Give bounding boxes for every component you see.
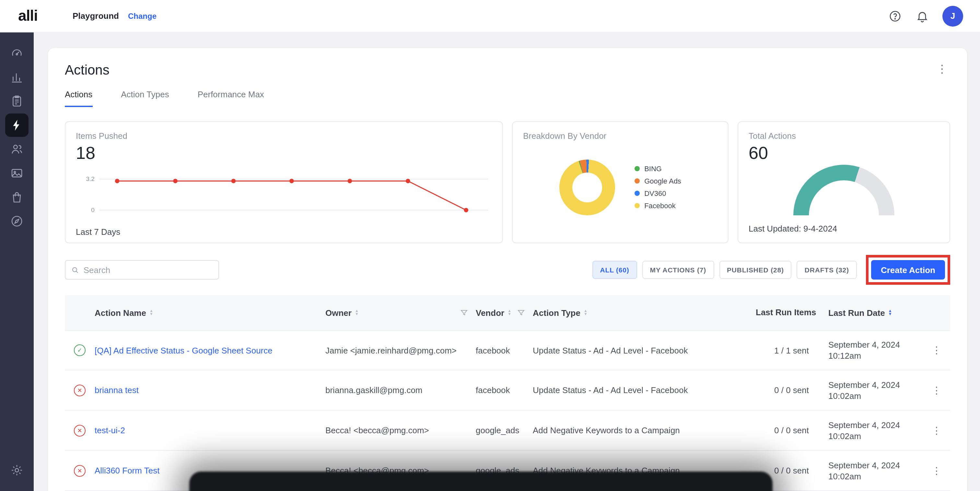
gear-icon (10, 464, 23, 477)
run-date: September 4, 2024 (828, 419, 914, 430)
status-icon: ✕ (74, 384, 86, 396)
legend-item-facebook: Facebook (635, 202, 681, 209)
run-date: September 4, 2024 (828, 459, 914, 470)
filter-funnel-icon[interactable] (517, 309, 525, 317)
filter-published[interactable]: PUBLISHED (28) (719, 261, 792, 279)
table-row: ✓ [QA] Ad Effective Status - Google Shee… (65, 330, 950, 370)
last-run-items-cell: 0 / 0 sent (756, 385, 828, 395)
legend-label: DV360 (644, 190, 666, 197)
last-updated-caption: Last Updated: 9-4-2024 (749, 224, 939, 233)
sidebar-item-actions[interactable] (5, 113, 29, 137)
vendor-cell: facebook (476, 385, 533, 395)
column-label: Last Run Date (828, 308, 885, 317)
total-actions-value: 60 (749, 143, 939, 163)
tab-actions[interactable]: Actions (65, 89, 92, 107)
sidebar-item-audiences[interactable] (5, 137, 29, 161)
gauge-icon (10, 47, 23, 60)
owner-cell: Becca! <becca@pmg.com> (325, 426, 476, 435)
sidebar-item-creative[interactable] (5, 161, 29, 185)
column-last-run-items: Last Run Items (756, 308, 828, 318)
page-menu-button[interactable]: ⋮ (934, 62, 950, 76)
sort-icon[interactable]: ▲▼ (150, 309, 153, 316)
tab-performance-max[interactable]: Performance Max (198, 89, 264, 107)
actions-table: Action Name ▲▼ Owner ▲▼ Vendor ▲▼ (65, 295, 950, 491)
run-date: September 4, 2024 (828, 379, 914, 390)
last-run-items-cell: 1 / 1 sent (756, 345, 828, 355)
filter-my-actions[interactable]: MY ACTIONS (7) (642, 261, 714, 279)
compass-icon (10, 215, 23, 228)
last-run-date-cell: September 4, 2024 10:12am (828, 339, 923, 361)
total-actions-label: Total Actions (749, 131, 939, 141)
bar-chart-icon (10, 71, 23, 84)
filter-all[interactable]: ALL (60) (592, 261, 637, 279)
last-run-items-cell: 0 / 0 sent (756, 426, 828, 435)
row-menu-button[interactable]: ⋮ (932, 465, 942, 477)
column-action-type: Action Type ▲▼ (533, 308, 756, 317)
workspace-label: Playground (73, 11, 119, 21)
legend-dot (635, 166, 640, 171)
row-menu-button[interactable]: ⋮ (932, 384, 942, 396)
row-menu-button[interactable]: ⋮ (932, 344, 942, 356)
action-name-link[interactable]: Alli360 Form Test (95, 466, 159, 475)
table-header-row: Action Name ▲▼ Owner ▲▼ Vendor ▲▼ (65, 295, 950, 330)
sort-icon[interactable]: ▲▼ (355, 309, 359, 316)
run-time: 10:02am (828, 430, 914, 442)
legend-label: Facebook (644, 202, 676, 209)
action-name-link[interactable]: brianna test (95, 385, 139, 395)
table-toolbar: ALL (60) MY ACTIONS (7) PUBLISHED (28) D… (65, 255, 950, 285)
filter-drafts[interactable]: DRAFTS (32) (797, 261, 857, 279)
legend-dot (635, 179, 640, 183)
column-owner: Owner ▲▼ (325, 308, 476, 317)
sidebar-item-discover[interactable] (5, 209, 29, 233)
notifications-bell-icon[interactable] (915, 9, 929, 23)
items-pushed-value: 18 (76, 143, 492, 163)
table-body: ✓ [QA] Ad Effective Status - Google Shee… (65, 330, 950, 491)
sidebar-item-settings[interactable] (5, 459, 29, 482)
last-run-date-cell: September 4, 2024 10:02am (828, 379, 923, 401)
legend-item-google-ads: Google Ads (635, 177, 681, 185)
action-name-link[interactable]: test-ui-2 (95, 426, 125, 435)
items-pushed-card: Items Pushed 18 3.20 Last 7 Days (65, 121, 503, 243)
column-label: Last Run Items (756, 308, 816, 318)
sort-icon-active[interactable]: ▲▼ (888, 309, 892, 316)
filter-funnel-icon[interactable] (460, 309, 468, 317)
sort-icon[interactable]: ▲▼ (508, 309, 511, 316)
legend-label: Google Ads (644, 177, 681, 185)
run-date: September 4, 2024 (828, 339, 914, 350)
tab-action-types[interactable]: Action Types (121, 89, 169, 107)
vendor-cell: google_ads (476, 426, 533, 435)
tab-bar: Actions Action Types Performance Max (65, 89, 950, 107)
action-type-cell: Add Negative Keywords to a Campaign (533, 426, 756, 435)
actions-page-card: Actions ⋮ Actions Action Types Performan… (48, 48, 967, 491)
row-menu-button[interactable]: ⋮ (932, 424, 942, 436)
column-last-run-date: Last Run Date ▲▼ (828, 308, 923, 317)
legend-item-bing: BING (635, 165, 681, 172)
vendor-legend: BING Google Ads DV360 Facebook (635, 165, 681, 209)
action-type-cell: Update Status - Ad - Ad Level - Facebook (533, 385, 756, 395)
create-action-button[interactable]: Create Action (871, 260, 945, 279)
dock-shadow (189, 472, 773, 491)
app-window: alli Playground Change J (0, 0, 980, 491)
sidebar-item-shopping[interactable] (5, 185, 29, 209)
owner-cell: brianna.gaskill@pmg.com (325, 385, 476, 395)
user-avatar[interactable]: J (942, 5, 963, 26)
column-label: Vendor (476, 308, 504, 317)
table-row: ✕ test-ui-2 Becca! <becca@pmg.com> googl… (65, 411, 950, 451)
sidebar-item-reports[interactable] (5, 89, 29, 113)
sidebar-item-dashboard[interactable] (5, 41, 29, 65)
search-input[interactable] (84, 265, 213, 275)
change-workspace-link[interactable]: Change (128, 11, 156, 21)
help-icon[interactable] (888, 9, 902, 23)
shopping-bag-icon (10, 191, 23, 204)
column-label: Owner (325, 308, 352, 317)
column-action-name: Action Name ▲▼ (95, 308, 325, 317)
items-pushed-caption: Last 7 Days (76, 227, 492, 237)
sidebar-item-analytics[interactable] (5, 65, 29, 89)
run-time: 10:12am (828, 350, 914, 361)
status-icon: ✕ (74, 424, 86, 436)
action-name-link[interactable]: [QA] Ad Effective Status - Google Sheet … (95, 345, 272, 355)
sort-icon[interactable]: ▲▼ (584, 309, 587, 316)
svg-text:3.2: 3.2 (86, 175, 94, 182)
clipboard-icon (10, 95, 23, 108)
search-box[interactable] (65, 260, 219, 279)
